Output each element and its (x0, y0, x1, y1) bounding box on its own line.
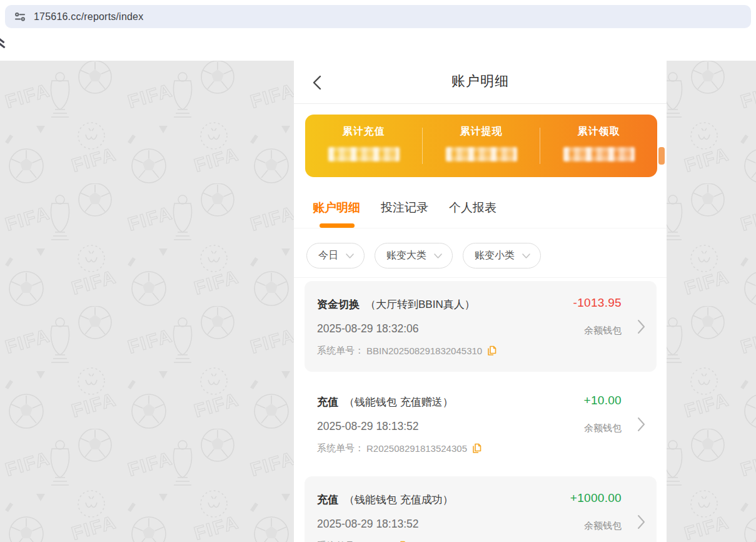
txn-amount: -1013.95 (573, 296, 622, 310)
filter-bar: 今日 账变大类 账变小类 (294, 235, 667, 278)
page-title: 账户明细 (294, 72, 667, 91)
txn-wallet: 余额钱包 (584, 422, 622, 434)
filter-label: 账变小类 (475, 249, 515, 262)
transaction-row[interactable]: 充值 （钱能钱包 充值赠送） 2025-08-29 18:13:52 系统单号：… (305, 379, 657, 469)
summary-total-withdraw: 累计提现 (423, 115, 540, 177)
filter-label: 今日 (318, 249, 338, 262)
txn-order-label: 系统单号： (317, 442, 364, 454)
filter-label: 账变大类 (386, 249, 426, 262)
chevron-right-icon[interactable] (637, 514, 645, 529)
clipped-glyph-fragment (0, 38, 6, 51)
carousel-next-card-peek[interactable] (658, 147, 665, 165)
summary-card: 累计充值 累计提现 累计领取 (305, 115, 657, 177)
summary-total-claim: 累计领取 (540, 115, 657, 177)
txn-subtitle: （钱能钱包 充值赠送） (344, 395, 453, 409)
masked-value (446, 147, 517, 161)
transaction-row[interactable]: 资金切换 （大厅转到BBIN真人） 2025-08-29 18:32:06 系统… (305, 281, 657, 372)
txn-wallet: 余额钱包 (573, 325, 622, 337)
address-bar[interactable]: 175616.cc/reports/index (5, 5, 751, 28)
txn-subtitle: （大厅转到BBIN真人） (365, 297, 475, 312)
txn-wallet: 余额钱包 (570, 520, 622, 532)
copy-icon[interactable] (472, 443, 481, 454)
summary-label: 累计充值 (305, 125, 422, 138)
txn-order-number: BBIN202508291832045310 (366, 345, 482, 356)
txn-type: 资金切换 (317, 297, 360, 312)
transaction-list: 资金切换 （大厅转到BBIN真人） 2025-08-29 18:32:06 系统… (305, 281, 657, 542)
transaction-row[interactable]: 充值 （钱能钱包 充值成功） 2025-08-29 18:13:52 系统单号：… (305, 476, 657, 542)
txn-amount: +10.00 (584, 394, 622, 407)
chevron-down-icon (522, 253, 530, 258)
tab-account-detail[interactable]: 账户明细 (313, 200, 360, 216)
txn-order-label: 系统单号： (317, 345, 364, 357)
copy-icon[interactable] (487, 345, 496, 356)
chevron-right-icon[interactable] (637, 417, 645, 432)
txn-type: 充值 (317, 395, 338, 409)
chevron-down-icon (346, 253, 354, 258)
site-settings-icon[interactable] (14, 11, 26, 23)
chevron-right-icon[interactable] (637, 319, 645, 334)
active-tab-indicator (320, 223, 355, 228)
account-detail-panel: 账户明细 累计充值 累计提现 累计领取 账户明细 投注记录 个人报表 今日 (294, 61, 667, 542)
tab-bet-records[interactable]: 投注记录 (381, 200, 428, 216)
filter-major-type-dropdown[interactable]: 账变大类 (375, 243, 453, 268)
summary-label: 累计提现 (423, 125, 540, 138)
browser-toolbar: 175616.cc/reports/index (0, 0, 756, 33)
masked-value (328, 147, 400, 161)
masked-value (563, 147, 635, 161)
chevron-down-icon (434, 253, 442, 258)
txn-subtitle: （钱能钱包 充值成功） (344, 493, 453, 507)
panel-header: 账户明细 (294, 61, 667, 104)
url-text[interactable]: 175616.cc/reports/index (34, 11, 143, 23)
tab-bar: 账户明细 投注记录 个人报表 (294, 190, 667, 228)
summary-total-deposit: 累计充值 (305, 115, 422, 177)
txn-order-number: R202508291813524305 (366, 443, 467, 454)
tab-personal-report[interactable]: 个人报表 (449, 200, 496, 216)
txn-amount: +1000.00 (570, 491, 622, 505)
summary-label: 累计领取 (540, 125, 657, 138)
txn-type: 充值 (317, 493, 338, 507)
filter-minor-type-dropdown[interactable]: 账变小类 (463, 243, 541, 268)
filter-date-dropdown[interactable]: 今日 (306, 243, 365, 268)
